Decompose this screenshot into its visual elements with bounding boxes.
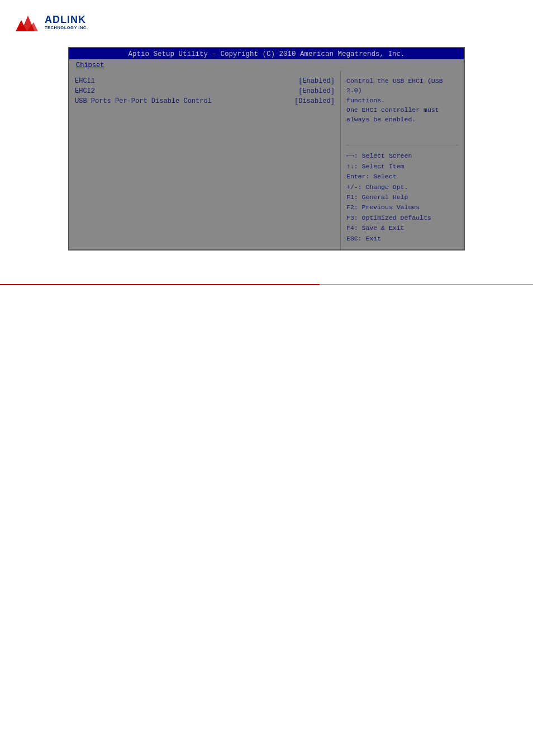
logo-adlink-label: ADLINK <box>45 15 88 26</box>
legend-f1: F1: General Help <box>346 192 458 202</box>
bios-help-panel: Control the USB EHCI (USB 2.0) functions… <box>341 70 464 249</box>
legend-select-item: ↑↓: Select Item <box>346 162 458 172</box>
legend-f3: F3: Optimized Defaults <box>346 213 458 223</box>
help-line2: functions. <box>346 97 385 104</box>
page-header: ADLINK TECHNOLOGY INC. <box>0 0 533 41</box>
help-line1: Control the USB EHCI (USB 2.0) <box>346 77 443 94</box>
logo: ADLINK TECHNOLOGY INC. <box>13 10 88 35</box>
help-line4: always be enabled. <box>346 116 416 123</box>
logo-sub-label: TECHNOLOGY INC. <box>45 26 88 30</box>
bios-settings-panel: EHCI1 [Enabled] EHCI2 [Enabled] USB Port… <box>69 70 341 249</box>
setting-row-usb-ports[interactable]: USB Ports Per-Port Disable Control [Disa… <box>75 97 335 105</box>
main-content: Aptio Setup Utility – Copyright (C) 2010… <box>0 41 533 267</box>
footer-line <box>0 284 533 285</box>
legend-enter: Enter: Select <box>346 172 458 182</box>
help-line3: One EHCI controller must <box>346 106 439 114</box>
legend-esc: ESC: Exit <box>346 234 458 244</box>
bios-title-bar: Aptio Setup Utility – Copyright (C) 2010… <box>69 48 464 59</box>
setting-name-usb-ports: USB Ports Per-Port Disable Control <box>75 97 290 105</box>
bios-tab-bar: Chipset <box>69 59 464 70</box>
bios-legend: ←→: Select Screen ↑↓: Select Item Enter:… <box>346 151 458 244</box>
logo-text: ADLINK TECHNOLOGY INC. <box>45 15 88 30</box>
legend-select-screen: ←→: Select Screen <box>346 151 458 161</box>
setting-name-ehci2: EHCI2 <box>75 87 294 95</box>
bios-frame: Aptio Setup Utility – Copyright (C) 2010… <box>68 47 465 251</box>
tab-chipset[interactable]: Chipset <box>69 60 111 70</box>
bios-body: EHCI1 [Enabled] EHCI2 [Enabled] USB Port… <box>69 70 464 249</box>
setting-value-ehci2: [Enabled] <box>298 87 335 95</box>
setting-row-ehci2[interactable]: EHCI2 [Enabled] <box>75 87 335 95</box>
bios-help-text: Control the USB EHCI (USB 2.0) functions… <box>346 76 458 139</box>
bios-divider <box>346 145 458 145</box>
bios-title: Aptio Setup Utility – Copyright (C) 2010… <box>128 50 404 58</box>
adlink-logo-icon <box>13 10 40 35</box>
setting-row-ehci1[interactable]: EHCI1 [Enabled] <box>75 77 335 85</box>
legend-change: +/-: Change Opt. <box>346 182 458 192</box>
setting-name-ehci1: EHCI1 <box>75 77 294 85</box>
setting-value-ehci1: [Enabled] <box>298 77 335 85</box>
legend-f2: F2: Previous Values <box>346 202 458 212</box>
legend-f4: F4: Save & Exit <box>346 223 458 233</box>
setting-value-usb-ports: [Disabled] <box>294 97 335 105</box>
